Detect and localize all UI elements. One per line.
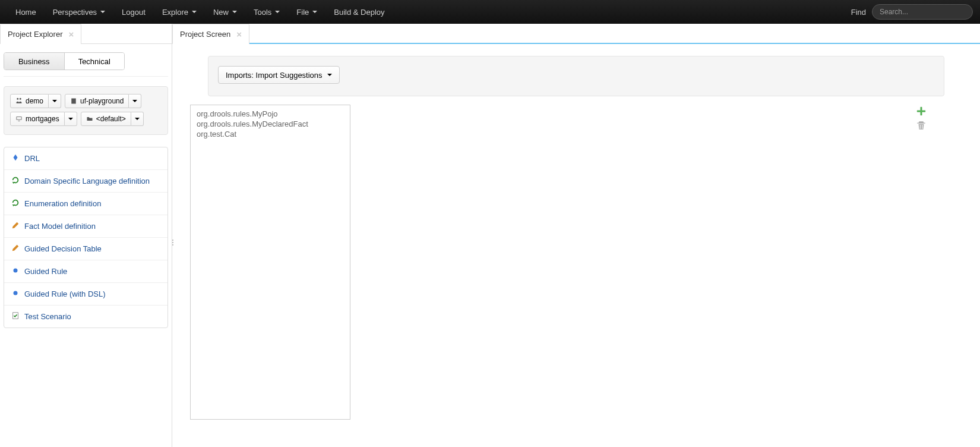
left-pane: Project Explorer × Business Technical de… <box>0 24 172 447</box>
asset-item[interactable]: DRL <box>4 147 167 169</box>
asset-item-label: DRL <box>24 154 40 163</box>
breadcrumb-org-label: demo <box>26 97 43 105</box>
dot-blue-icon <box>11 266 20 276</box>
nav-item-new[interactable]: New <box>205 0 245 24</box>
breadcrumb-package-caret[interactable] <box>131 112 144 126</box>
nav-item-perspectives[interactable]: Perspectives <box>45 0 113 24</box>
tab-project-explorer-label: Project Explorer <box>8 30 62 39</box>
chevron-down-icon <box>68 118 73 120</box>
imports-row: org.drools.rules.MyPojoorg.drools.rules.… <box>190 105 980 420</box>
nav-item-home[interactable]: Home <box>7 0 45 24</box>
chevron-down-icon <box>192 11 197 13</box>
business-toggle-button[interactable]: Business <box>4 53 65 70</box>
diamond-icon <box>11 153 20 163</box>
asset-list: DRLDomain Specific Language definitionEn… <box>4 147 168 328</box>
tab-project-explorer[interactable]: Project Explorer × <box>0 24 81 44</box>
breadcrumb-repo-label: uf-playground <box>80 97 124 105</box>
breadcrumb-project-caret[interactable] <box>65 112 77 126</box>
asset-item[interactable]: Test Scenario <box>4 305 167 328</box>
asset-item[interactable]: Guided Rule (with DSL) <box>4 282 167 305</box>
divider <box>4 76 168 77</box>
nav-item-label: Build & Deploy <box>334 8 384 17</box>
refresh-green-icon <box>11 199 20 209</box>
splitter-handle[interactable] <box>170 235 175 250</box>
group-icon <box>15 97 23 105</box>
chevron-down-icon <box>135 118 140 120</box>
import-option[interactable]: org.drools.rules.MyDeclaredFact <box>197 119 344 129</box>
imports-actions <box>916 105 927 420</box>
refresh-green-icon <box>11 176 20 186</box>
nav-item-label: Perspectives <box>53 8 97 17</box>
import-option[interactable]: org.drools.rules.MyPojo <box>197 109 344 119</box>
asset-item[interactable]: Enumeration definition <box>4 192 167 215</box>
asset-item-label: Domain Specific Language definition <box>24 177 150 185</box>
imports-listbox[interactable]: org.drools.rules.MyPojoorg.drools.rules.… <box>190 105 350 420</box>
chevron-down-icon <box>275 11 280 13</box>
breadcrumb-project-button[interactable]: mortgages <box>10 112 65 126</box>
search-input[interactable] <box>872 4 973 20</box>
nav-item-label: Explore <box>162 8 188 17</box>
imports-dropdown-button[interactable]: Imports: Import Suggestions <box>218 66 340 84</box>
asset-item-label: Enumeration definition <box>24 199 101 208</box>
breadcrumb-panel: demo uf-playground mortgages <box>4 86 168 135</box>
asset-item[interactable]: Fact Model definition <box>4 215 167 237</box>
nav-item-logout[interactable]: Logout <box>113 0 154 24</box>
breadcrumb-package-button[interactable]: <default> <box>81 112 131 126</box>
chevron-down-icon <box>312 11 317 13</box>
breadcrumb-repo[interactable]: uf-playground <box>65 94 141 108</box>
asset-item[interactable]: Guided Decision Table <box>4 237 167 260</box>
breadcrumb-package-label: <default> <box>96 115 126 123</box>
asset-item[interactable]: Guided Rule <box>4 260 167 282</box>
chevron-down-icon <box>132 100 137 102</box>
nav-item-label: File <box>296 8 309 17</box>
breadcrumb-repo-caret[interactable] <box>129 94 141 108</box>
top-navbar: HomePerspectivesLogoutExploreNewToolsFil… <box>0 0 980 24</box>
breadcrumb-org-caret[interactable] <box>49 94 61 108</box>
close-icon[interactable]: × <box>68 30 74 39</box>
breadcrumb-repo-button[interactable]: uf-playground <box>65 94 129 108</box>
nav-item-label: Logout <box>122 8 146 17</box>
svg-point-0 <box>14 269 18 273</box>
left-tab-bar: Project Explorer × <box>0 24 172 44</box>
building-icon <box>70 97 77 105</box>
trash-icon[interactable] <box>916 120 927 131</box>
add-icon[interactable] <box>916 106 927 117</box>
nav-item-build-deploy[interactable]: Build & Deploy <box>325 0 393 24</box>
breadcrumb-project-label: mortgages <box>26 115 59 123</box>
asset-item-label: Guided Decision Table <box>24 244 102 253</box>
nav-item-label: New <box>213 8 229 17</box>
asset-item-label: Guided Rule <box>24 267 67 276</box>
asset-item[interactable]: Domain Specific Language definition <box>4 169 167 192</box>
nav-item-file[interactable]: File <box>288 0 325 24</box>
chevron-down-icon <box>232 11 237 13</box>
close-icon[interactable]: × <box>236 30 242 39</box>
imports-panel: Imports: Import Suggestions <box>208 56 944 96</box>
right-pane: Project Screen × Imports: Import Suggest… <box>172 24 980 447</box>
svg-point-1 <box>14 291 18 295</box>
breadcrumb-org[interactable]: demo <box>10 94 61 108</box>
tab-project-screen[interactable]: Project Screen × <box>172 24 249 44</box>
import-option[interactable]: org.test.Cat <box>197 129 344 139</box>
technical-toggle-button[interactable]: Technical <box>65 53 125 70</box>
nav-menu: HomePerspectivesLogoutExploreNewToolsFil… <box>7 0 393 24</box>
nav-item-label: Tools <box>254 8 271 17</box>
imports-dropdown-label: Imports: Import Suggestions <box>226 71 323 80</box>
chevron-down-icon <box>52 100 57 102</box>
pencil-icon <box>11 221 20 231</box>
view-toggle: Business Technical <box>4 52 125 70</box>
check-clip-icon <box>11 311 20 322</box>
chevron-down-icon <box>100 11 105 13</box>
asset-item-label: Fact Model definition <box>24 222 96 231</box>
folder-icon <box>86 115 93 122</box>
chevron-down-icon <box>327 74 332 76</box>
breadcrumb-package[interactable]: <default> <box>81 112 144 126</box>
nav-item-explore[interactable]: Explore <box>154 0 205 24</box>
tab-project-screen-label: Project Screen <box>180 30 230 39</box>
breadcrumb-org-button[interactable]: demo <box>10 94 49 108</box>
nav-item-tools[interactable]: Tools <box>245 0 288 24</box>
dot-blue-icon <box>11 289 20 299</box>
breadcrumb-project[interactable]: mortgages <box>10 112 77 126</box>
nav-item-label: Home <box>15 8 36 17</box>
right-tab-bar: Project Screen × <box>172 24 980 44</box>
asset-item-label: Test Scenario <box>24 312 71 321</box>
